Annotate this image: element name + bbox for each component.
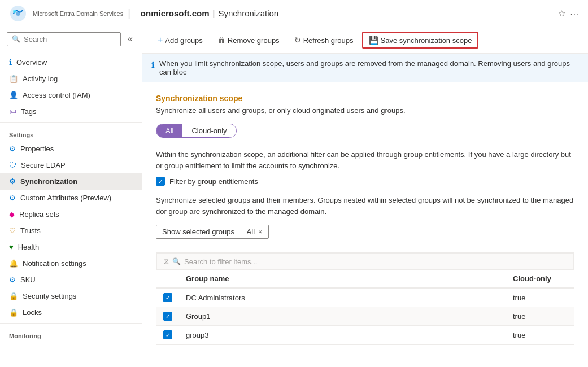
search-input[interactable] xyxy=(24,35,116,43)
row-cloud-3: true xyxy=(506,326,574,344)
filter-tag: Show selected groups == All × xyxy=(156,225,269,239)
sidebar-item-properties[interactable]: ⚙ Properties xyxy=(0,141,142,157)
sidebar-label-sku: SKU xyxy=(20,276,36,284)
add-groups-label: Add groups xyxy=(165,36,203,45)
table-search-filter-icon: ⧖ xyxy=(164,257,169,266)
sidebar-item-synchronization[interactable]: ⚙ Synchronization xyxy=(0,173,142,190)
star-icon[interactable]: ☆ xyxy=(558,8,565,19)
security-icon: 🔒 xyxy=(9,292,18,300)
sidebar-label-sync: Synchronization xyxy=(20,177,77,186)
trusts-icon: ♡ xyxy=(9,226,16,235)
sidebar-label-security: Security settings xyxy=(23,292,76,300)
checkmark-icon: ✓ xyxy=(158,178,163,185)
activity-log-icon: 📋 xyxy=(9,75,18,83)
sidebar-label-custom: Custom Attributes (Preview) xyxy=(20,194,111,202)
properties-icon: ⚙ xyxy=(9,145,16,153)
sidebar-label-tags: Tags xyxy=(21,107,36,116)
sidebar-item-activity-log[interactable]: 📋 Activity log xyxy=(0,71,142,87)
toggle-cloud-only[interactable]: Cloud-only xyxy=(182,124,236,137)
table-search: ⧖ 🔍 Search to filter items... xyxy=(156,253,574,270)
filter-desc: Within the synchronization scope, an add… xyxy=(156,149,574,171)
sidebar-item-secure-ldap[interactable]: 🛡 Secure LDAP xyxy=(0,157,142,173)
scope-toggle[interactable]: All Cloud-only xyxy=(156,124,237,138)
header-actions: ☆ ··· xyxy=(558,8,579,19)
sidebar-item-trusts[interactable]: ♡ Trusts xyxy=(0,222,142,239)
sidebar-label-locks: Locks xyxy=(23,308,42,317)
filter-checkbox-label: Filter by group entitlements xyxy=(169,177,258,186)
main-content: Synchronization scope Synchronize all us… xyxy=(142,82,588,367)
monitoring-section-header: Monitoring xyxy=(0,326,142,342)
refresh-icon: ↻ xyxy=(294,36,301,45)
main-layout: 🔍 « ℹ Overview 📋 Activity log 👤 Access c… xyxy=(0,27,588,367)
remove-icon: 🗑 xyxy=(217,36,225,45)
table-search-icon: 🔍 xyxy=(172,257,181,265)
search-box[interactable]: 🔍 xyxy=(7,32,121,46)
right-panel: + Add groups 🗑 Remove groups ↻ Refresh g… xyxy=(142,27,588,367)
replica-icon: ◆ xyxy=(9,210,15,219)
sidebar-item-iam[interactable]: 👤 Access control (IAM) xyxy=(0,87,142,103)
filter-tag-container: Show selected groups == All × xyxy=(156,225,574,246)
filter-checkbox-row: ✓ Filter by group entitlements xyxy=(156,177,574,186)
sidebar-item-replica-sets[interactable]: ◆ Replica sets xyxy=(0,206,142,222)
header-title: Synchronization xyxy=(218,8,278,18)
row-checkbox-1[interactable]: ✓ xyxy=(163,293,172,302)
sidebar-label-health: Health xyxy=(18,243,40,251)
more-icon[interactable]: ··· xyxy=(570,8,579,18)
app-logo xyxy=(9,5,27,23)
banner-text: When you limit synchronization scope, us… xyxy=(159,59,579,76)
refresh-groups-button[interactable]: ↻ Refresh groups xyxy=(288,32,360,48)
row-name-1: DC Administrators xyxy=(179,288,506,307)
scope-section: Synchronization scope Synchronize all us… xyxy=(156,94,574,246)
sidebar-item-health[interactable]: ♥ Health xyxy=(0,239,142,255)
sidebar-item-locks[interactable]: 🔒 Locks xyxy=(0,304,142,321)
sidebar-label-trusts: Trusts xyxy=(20,226,41,235)
row-cloud-2: true xyxy=(506,307,574,326)
sidebar-divider-2 xyxy=(0,323,142,324)
sidebar-item-sku[interactable]: ⚙ SKU xyxy=(0,272,142,288)
search-icon: 🔍 xyxy=(12,35,20,43)
remove-groups-button[interactable]: 🗑 Remove groups xyxy=(211,32,286,48)
sku-icon: ⚙ xyxy=(9,276,16,284)
settings-section-header: Settings xyxy=(0,125,142,141)
filter-section: Within the synchronization scope, an add… xyxy=(156,149,574,186)
col-checkbox-header xyxy=(156,270,179,288)
sync-desc: Synchronize selected groups and their me… xyxy=(156,195,574,217)
sidebar-label-overview: Overview xyxy=(16,58,47,67)
info-icon: ℹ xyxy=(151,60,155,70)
row-checkbox-3[interactable]: ✓ xyxy=(163,330,172,339)
toggle-all[interactable]: All xyxy=(156,124,182,137)
sidebar-item-security[interactable]: 🔒 Security settings xyxy=(0,288,142,304)
row-checkbox-cell[interactable]: ✓ xyxy=(156,288,179,307)
sidebar-item-notification[interactable]: 🔔 Notification settings xyxy=(0,255,142,272)
filter-tag-close[interactable]: × xyxy=(258,228,263,236)
save-scope-button[interactable]: 💾 Save synchronization scope xyxy=(362,32,479,49)
table-body: ✓ DC Administrators true ✓ Group1 true ✓… xyxy=(156,288,574,344)
filter-checkbox[interactable]: ✓ xyxy=(156,177,165,186)
svg-point-2 xyxy=(13,10,16,13)
sidebar-divider-1 xyxy=(0,122,142,123)
sidebar-label-iam: Access control (IAM) xyxy=(23,91,90,99)
sidebar-item-tags[interactable]: 🏷 Tags xyxy=(0,103,142,120)
table-search-placeholder: Search to filter items... xyxy=(184,257,257,266)
row-checkbox-cell[interactable]: ✓ xyxy=(156,307,179,326)
custom-attr-icon: ⚙ xyxy=(9,194,16,202)
row-checkbox-cell[interactable]: ✓ xyxy=(156,326,179,344)
col-group-header: Group name xyxy=(179,270,506,288)
add-groups-button[interactable]: + Add groups xyxy=(151,32,209,49)
top-header: Microsoft Entra Domain Services | onmicr… xyxy=(0,0,588,27)
header-domain: onmicrosoft.com xyxy=(141,8,210,18)
collapse-button[interactable]: « xyxy=(125,32,135,46)
sidebar-item-overview[interactable]: ℹ Overview xyxy=(0,54,142,71)
content-inner: Synchronization scope Synchronize all us… xyxy=(142,82,588,356)
add-icon: + xyxy=(158,35,163,45)
info-banner: ℹ When you limit synchronization scope, … xyxy=(142,54,588,82)
remove-groups-label: Remove groups xyxy=(228,36,280,45)
table-row: ✓ Group1 true xyxy=(156,307,574,326)
sidebar-label-secure-ldap: Secure LDAP xyxy=(21,161,66,169)
row-checkbox-2[interactable]: ✓ xyxy=(163,312,172,321)
sidebar-item-custom-attributes[interactable]: ⚙ Custom Attributes (Preview) xyxy=(0,190,142,206)
secure-ldap-icon: 🛡 xyxy=(9,161,16,169)
header-separator: | xyxy=(128,7,130,19)
row-name-2: Group1 xyxy=(179,307,506,326)
header-separator2: | xyxy=(213,8,215,18)
